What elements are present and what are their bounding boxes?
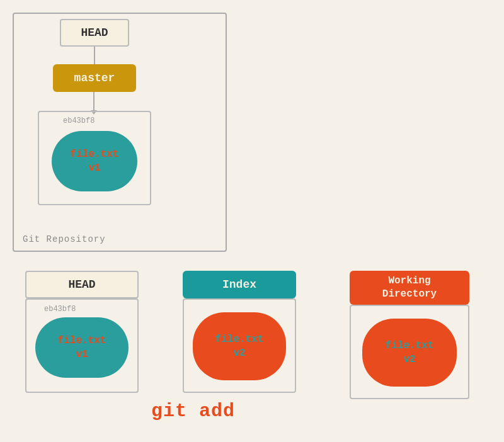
index-label: Index	[222, 278, 256, 291]
bottom-index-container: Index file.txtv2	[176, 271, 302, 393]
bottom-head-label: HEAD	[68, 278, 95, 291]
wd-label: WorkingDirectory	[382, 275, 437, 301]
top-file-blob-text: file.txtv1	[71, 147, 119, 176]
head-top-label: HEAD	[81, 26, 108, 39]
top-file-blob: file.txtv1	[52, 131, 137, 191]
git-repo-label: Git Repository	[23, 234, 106, 244]
bottom-file-blob-teal: file.txtv1	[35, 317, 129, 378]
connector-head-master	[94, 47, 95, 64]
bottom-wd-box: WorkingDirectory	[350, 271, 469, 305]
bottom-commit-box: eb43bf8 file.txtv1	[25, 298, 139, 393]
head-box-top: HEAD	[60, 19, 129, 47]
bottom-index-box: Index	[183, 271, 296, 298]
master-box: master	[53, 64, 136, 92]
top-commit-hash: eb43bf8	[63, 116, 94, 125]
git-add-label: git add	[151, 400, 235, 422]
bottom-file-blob-orange-wd-text: file.txtv2	[386, 339, 434, 367]
bottom-file-blob-teal-text: file.txtv1	[58, 334, 106, 362]
bottom-file-blob-orange-index: file.txtv2	[193, 312, 286, 380]
bottom-head-box: HEAD	[25, 271, 139, 298]
bottom-commit-hash: eb43bf8	[44, 305, 76, 314]
bottom-wd-container: WorkingDirectory file.txtv2	[340, 271, 479, 399]
bottom-wd-commit-box: file.txtv2	[350, 305, 469, 399]
master-label: master	[74, 72, 115, 84]
bottom-head-container: HEAD eb43bf8 file.txtv1	[19, 271, 145, 393]
bottom-index-commit-box: file.txtv2	[183, 298, 296, 393]
main-container: Git Repository HEAD master eb43bf8 file.…	[0, 0, 504, 442]
bottom-file-blob-orange-wd: file.txtv2	[362, 319, 457, 387]
bottom-file-blob-orange-index-text: file.txtv2	[215, 332, 264, 361]
arrow-master-commit	[93, 92, 94, 111]
